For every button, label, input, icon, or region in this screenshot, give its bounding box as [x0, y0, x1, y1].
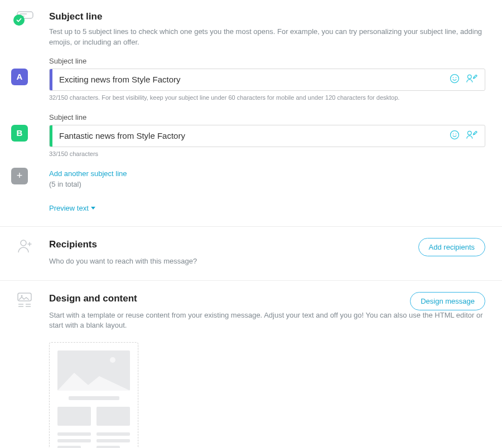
svg-point-7	[451, 130, 459, 139]
svg-rect-12	[18, 293, 31, 301]
recipients-title: Recipients	[49, 239, 97, 250]
subject-line-field-label-a: Subject line	[49, 57, 485, 65]
subject-input-wrap-a	[49, 69, 485, 91]
emoji-icon[interactable]	[449, 73, 460, 86]
svg-point-4	[453, 77, 454, 78]
add-subject-line-link[interactable]: Add another subject line	[49, 169, 485, 178]
chevron-down-icon	[91, 207, 95, 210]
subject-line-field-label-b: Subject line	[49, 113, 485, 121]
add-subject-line-sub: (5 in total)	[49, 180, 485, 188]
subject-line-title: Subject line	[49, 11, 485, 22]
svg-point-6	[468, 75, 472, 79]
design-title: Design and content	[49, 293, 137, 304]
svg-point-8	[453, 133, 454, 134]
svg-point-9	[456, 133, 457, 134]
subject-input-a[interactable]	[52, 75, 449, 84]
personalize-icon[interactable]	[466, 73, 478, 86]
svg-point-3	[451, 74, 459, 82]
template-lines	[57, 432, 130, 448]
template-image-placeholder	[57, 350, 130, 391]
recipients-icon	[17, 246, 33, 255]
add-variant-button[interactable]: +	[11, 168, 28, 184]
recipients-section: Recipients Add recipients Who do you wan…	[0, 227, 502, 281]
check-badge-icon	[13, 14, 25, 26]
design-message-button[interactable]: Design message	[410, 292, 485, 310]
subject-line-section: Subject line Test up to 5 subject lines …	[0, 0, 502, 227]
subject-helper-a: 32/150 characters. For best visibility, …	[49, 94, 485, 101]
variant-chip-b: B	[11, 125, 28, 142]
subject-input-b[interactable]	[52, 131, 449, 140]
recipients-desc: Who do you want to reach with this messa…	[49, 256, 485, 267]
design-section: Design and content Design message Start …	[0, 281, 502, 448]
svg-point-11	[21, 240, 26, 246]
subject-input-wrap-b	[49, 125, 485, 147]
personalize-icon[interactable]	[466, 129, 478, 143]
subject-line-desc: Test up to 5 subject lines to check whic…	[49, 27, 485, 48]
variant-chip-a: A	[11, 69, 28, 85]
add-recipients-button[interactable]: Add recipients	[418, 238, 485, 256]
preview-text-toggle[interactable]: Preview text	[49, 204, 95, 212]
emoji-icon[interactable]	[449, 129, 460, 143]
svg-point-5	[456, 77, 457, 78]
design-desc: Start with a template or reuse content f…	[49, 310, 485, 332]
template-bar	[69, 396, 119, 400]
design-icon	[17, 301, 32, 310]
svg-point-10	[468, 131, 472, 135]
subject-line-icon	[17, 11, 49, 22]
subject-helper-b: 33/150 characters	[49, 150, 485, 157]
preview-text-label: Preview text	[49, 204, 89, 212]
template-placeholder[interactable]	[49, 342, 138, 448]
template-row	[57, 407, 130, 426]
